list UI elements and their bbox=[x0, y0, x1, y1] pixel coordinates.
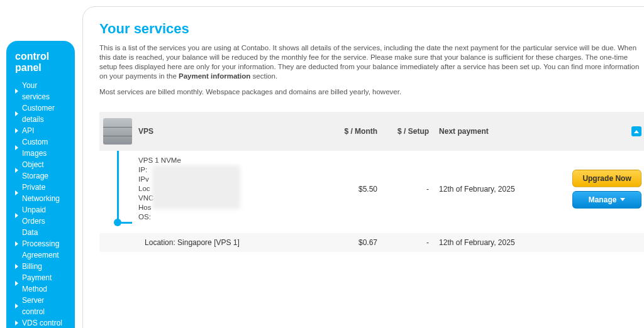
chevron-right-icon bbox=[15, 128, 18, 133]
sidebar-item[interactable]: Your services bbox=[15, 80, 66, 102]
server-icon-cell bbox=[103, 118, 138, 145]
services-table: VPS $ / Month $ / Setup Next payment VPS… bbox=[99, 112, 644, 252]
intro-text-part2: section. bbox=[250, 72, 277, 80]
sidebar-item-label: Custom Images bbox=[22, 136, 66, 159]
collapse-icon[interactable] bbox=[631, 126, 641, 136]
col-header-month: $ / Month bbox=[314, 127, 377, 136]
sidebar-item[interactable]: Billing bbox=[15, 261, 66, 272]
service-row-vps1: VPS 1 NVMe IP: IPv Loc VNC Hos OS: bbox=[99, 151, 644, 227]
upgrade-button[interactable]: Upgrade Now bbox=[572, 170, 641, 187]
service-detail-values-redacted bbox=[152, 165, 240, 209]
sidebar-item[interactable]: API bbox=[15, 125, 66, 136]
chevron-right-icon bbox=[15, 190, 18, 195]
chevron-right-icon bbox=[15, 89, 18, 94]
sidebar-item-label: API bbox=[22, 125, 34, 136]
manage-button-label: Manage bbox=[589, 195, 617, 204]
table-header-row: VPS $ / Month $ / Setup Next payment bbox=[99, 112, 644, 151]
chevron-right-icon bbox=[15, 111, 18, 116]
col-header-setup: $ / Setup bbox=[377, 127, 434, 136]
col-header-vps: VPS bbox=[138, 127, 314, 136]
next-payment: 12th of February, 2025 bbox=[434, 185, 572, 194]
service-name-location: Location: Singapore [VPS 1] bbox=[138, 238, 314, 247]
sidebar-item-label: Billing bbox=[22, 261, 42, 272]
chevron-right-icon bbox=[15, 145, 18, 150]
sidebar-item[interactable]: Custom Images bbox=[15, 136, 66, 159]
chevron-right-icon bbox=[15, 241, 18, 246]
main-panel: Your services This is a list of the serv… bbox=[82, 6, 644, 328]
price-month: $5.50 bbox=[314, 185, 377, 194]
chevron-right-icon bbox=[15, 303, 18, 309]
intro-text-2: Most services are billed monthly. Webspa… bbox=[99, 87, 644, 97]
sidebar-item-label: Unpaid Orders bbox=[22, 204, 66, 227]
chevron-down-icon bbox=[620, 198, 625, 201]
sidebar-item[interactable]: Server control bbox=[15, 295, 66, 317]
page-title: Your services bbox=[99, 21, 644, 37]
manage-button[interactable]: Manage bbox=[572, 191, 641, 209]
chevron-right-icon bbox=[15, 264, 18, 269]
sidebar-item-label: Payment Method bbox=[22, 272, 66, 295]
sidebar-item[interactable]: VDS control bbox=[15, 317, 66, 328]
sidebar-item[interactable]: Object Storage bbox=[15, 159, 66, 182]
price-setup-2: - bbox=[377, 238, 434, 247]
payment-info-link-text: Payment information bbox=[179, 72, 250, 80]
sidebar-list: Your servicesCustomer detailsAPICustom I… bbox=[15, 80, 66, 328]
sidebar-item[interactable]: Customer details bbox=[15, 102, 66, 125]
chevron-right-icon bbox=[15, 168, 18, 173]
next-payment-2: 12th of February, 2025 bbox=[434, 238, 572, 247]
sidebar-item[interactable]: Data Processing Agreement bbox=[15, 227, 66, 261]
price-setup: - bbox=[377, 185, 434, 194]
sidebar-item-label: Server control bbox=[22, 295, 66, 317]
sidebar-title: control panel bbox=[15, 51, 66, 74]
chevron-right-icon bbox=[15, 213, 18, 218]
chevron-right-icon bbox=[15, 320, 18, 325]
sidebar-item-label: Your services bbox=[22, 80, 66, 102]
service-row-location: Location: Singapore [VPS 1] $0.67 - 12th… bbox=[99, 233, 644, 252]
chevron-right-icon bbox=[15, 281, 18, 286]
sidebar: control panel Your servicesCustomer deta… bbox=[6, 41, 75, 328]
price-month-2: $0.67 bbox=[314, 238, 377, 247]
sidebar-item[interactable]: Payment Method bbox=[15, 272, 66, 295]
sidebar-item-label: Private Networking bbox=[22, 182, 66, 204]
service-name: VPS 1 NVMe bbox=[138, 156, 314, 165]
sidebar-item-label: Customer details bbox=[22, 102, 66, 125]
sidebar-item[interactable]: Private Networking bbox=[15, 182, 66, 204]
sidebar-item-label: Object Storage bbox=[22, 159, 66, 182]
col-header-next: Next payment bbox=[434, 127, 572, 136]
sidebar-item-label: Data Processing Agreement bbox=[22, 227, 66, 261]
sidebar-item[interactable]: Unpaid Orders bbox=[15, 204, 66, 227]
service-detail-labels: IP: IPv Loc VNC Hos OS: bbox=[138, 165, 153, 222]
server-icon bbox=[103, 118, 132, 145]
sidebar-item-label: VDS control bbox=[22, 317, 62, 328]
intro-text: This is a list of the services you are u… bbox=[99, 43, 644, 97]
